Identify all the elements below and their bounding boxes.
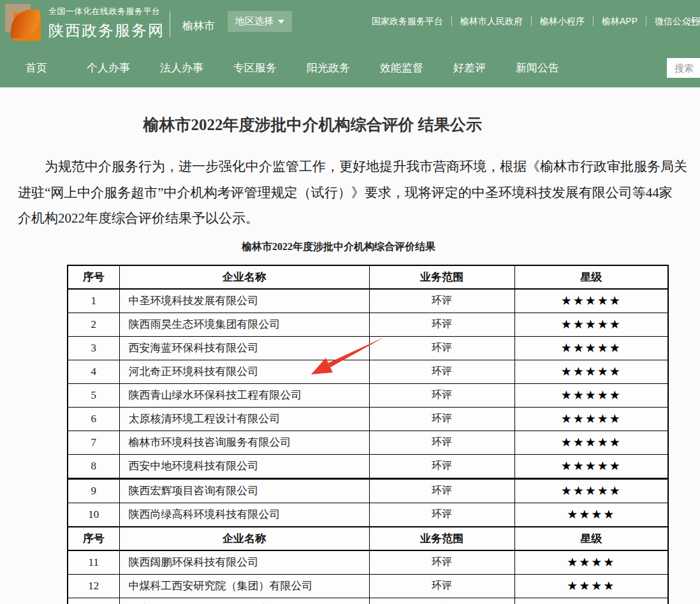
cell-index: 2 [68, 313, 119, 336]
cell-star-rating: ★★★★★ [514, 431, 668, 454]
cell-business-scope: 环评 [369, 407, 514, 431]
cell-star-rating: ★★★★ [514, 550, 668, 575]
column-header: 业务范围 [369, 527, 514, 550]
nav-item[interactable]: 首页 [26, 61, 47, 75]
table-row: 12中煤科工西安研究院（集团）有限公司环评★★★★ [68, 574, 668, 598]
cell-business-scope: 环评 [369, 289, 514, 313]
top-link[interactable]: 榆林市人民政府 [451, 16, 531, 26]
nav-item[interactable]: 专区服务 [233, 61, 277, 75]
cell-business-scope: 环评 [369, 360, 514, 383]
cell-business-scope: 环评 [369, 503, 514, 527]
cell-index: 8 [68, 454, 119, 478]
cell-index: 13 [68, 598, 119, 604]
cell-index: 4 [68, 360, 119, 383]
column-header: 星级 [514, 527, 668, 550]
cell-company-name: 中圣环境科技发展有限公司 [119, 289, 369, 313]
cell-business-scope: 环评 [369, 454, 514, 478]
cell-company-name: 河北奇正环境科技有限公司 [119, 360, 369, 383]
cell-business-scope: 环评 [369, 574, 514, 598]
nav-item[interactable]: 个人办事 [87, 61, 130, 75]
nav-item[interactable]: 阳光政务 [307, 61, 350, 75]
search-input[interactable]: 搜索 [667, 58, 700, 78]
table-caption: 榆林市2022年度涉批中介机构综合评价结果 [0, 240, 677, 254]
cell-index: 7 [68, 431, 119, 454]
cell-company-name: 西安中地环境科技有限公司 [119, 454, 369, 478]
table-row: 2陕西雨昊生态环境集团有限公司环评★★★★★ [68, 313, 668, 336]
table-row: 13渭南华山环保科技发展有限责任公司环评★★★★ [68, 598, 668, 604]
cell-business-scope: 环评 [369, 431, 514, 454]
brand-divider [170, 11, 170, 37]
column-header: 星级 [514, 265, 668, 289]
cell-star-rating: ★★★★ [514, 598, 668, 604]
cell-star-rating: ★★★★★ [514, 454, 668, 478]
table-row: 10陕西尚绿高科环境科技有限公司环评★★★★ [68, 503, 668, 527]
page-title: 榆林市2022年度涉批中介机构综合评价 结果公示 [0, 114, 625, 136]
table-row: 4河北奇正环境科技有限公司环评★★★★★ [68, 360, 668, 383]
table-row: 8西安中地环境科技有限公司环评★★★★★ [68, 454, 668, 478]
site-name: 陕西政务服务网 [48, 20, 164, 41]
column-header: 企业名称 [119, 265, 369, 289]
cell-company-name: 陕西阔鹏环保科技有限公司 [119, 550, 369, 575]
column-header: 业务范围 [369, 265, 514, 289]
cell-company-name: 中煤科工西安研究院（集团）有限公司 [119, 574, 369, 598]
site-logo-icon [5, 4, 41, 41]
cell-star-rating: ★★★★★ [514, 289, 668, 313]
table-row: 1中圣环境科技发展有限公司环评★★★★★ [68, 289, 668, 313]
cell-business-scope: 环评 [369, 478, 514, 503]
table-header-row: 序号企业名称业务范围星级 [68, 265, 668, 289]
main-nav: 首页个人办事法人办事专区服务阳光政务效能监督好差评新闻公告 搜索 [0, 48, 700, 87]
top-link[interactable]: 榆林小程序 [531, 16, 593, 26]
cell-company-name: 陕西宏辉项目咨询有限公司 [119, 478, 369, 503]
table-row: 5陕西青山绿水环保科技工程有限公司环评★★★★★ [68, 383, 668, 407]
cell-index: 6 [68, 407, 119, 431]
nav-item[interactable]: 效能监督 [380, 61, 423, 75]
table-row: 6太原核清环境工程设计有限公司环评★★★★★ [68, 407, 668, 431]
table-row: 7榆林市环境科技咨询服务有限公司环评★★★★★ [68, 431, 668, 454]
region-selector-button[interactable]: 地区选择 [228, 11, 292, 32]
cell-index: 3 [68, 336, 119, 360]
paragraph-line: 进驻“网上中介服务超市”中介机构考评管理规定（试行）》要求，现将评定的中圣环境科… [18, 180, 700, 206]
top-link[interactable]: 国家政务服务平台 [363, 16, 451, 26]
nav-item[interactable]: 法人办事 [160, 61, 203, 75]
cell-business-scope: 环评 [369, 313, 514, 336]
platform-label: 全国一体化在线政务服务平台 [48, 6, 164, 17]
cell-star-rating: ★★★★ [514, 503, 668, 527]
caret-down-icon [278, 20, 284, 24]
cell-business-scope: 环评 [369, 550, 514, 575]
nav-item[interactable]: 好差评 [453, 61, 486, 75]
brand-block: 全国一体化在线政务服务平台 陕西政务服务网 [48, 6, 164, 41]
cell-index: 11 [68, 550, 119, 575]
cell-company-name: 太原核清环境工程设计有限公司 [119, 407, 369, 431]
top-link[interactable]: 榆林APP [593, 16, 646, 26]
region-selector-label: 地区选择 [235, 15, 273, 27]
current-city-label: 榆林市 [182, 18, 215, 33]
paragraph-line: 介机构2022年度综合评价结果予以公示。 [18, 205, 700, 232]
header-quick-links: 国家政务服务平台榆林市人民政府榆林小程序榆林APP微信公众号 [363, 16, 700, 26]
cell-index: 12 [68, 574, 119, 598]
nav-item[interactable]: 新闻公告 [516, 61, 559, 75]
table-row: 11陕西阔鹏环保科技有限公司环评★★★★ [68, 550, 668, 575]
cell-star-rating: ★★★★★ [514, 407, 668, 431]
cell-business-scope: 环评 [369, 383, 514, 407]
column-header: 序号 [68, 527, 119, 550]
cell-star-rating: ★★★★★ [514, 336, 668, 360]
column-header: 序号 [68, 265, 119, 289]
cell-index: 1 [68, 289, 119, 313]
table-row: 3西安海蓝环保科技有限公司环评★★★★★ [68, 336, 668, 360]
cell-star-rating: ★★★★ [514, 574, 668, 598]
table-row: 9陕西宏辉项目咨询有限公司环评★★★★★ [68, 478, 668, 503]
cell-star-rating: ★★★★★ [514, 383, 668, 407]
register-link[interactable]: 注册 [687, 16, 700, 28]
cell-company-name: 西安海蓝环保科技有限公司 [119, 336, 369, 360]
paragraph-line: 为规范中介服务行为，进一步强化中介监管工作，更好地提升我市营商环境，根据《榆林市… [18, 154, 700, 180]
site-header: 全国一体化在线政务服务平台 陕西政务服务网 榆林市 地区选择 国家政务服务平台榆… [0, 0, 700, 87]
cell-company-name: 榆林市环境科技咨询服务有限公司 [119, 431, 369, 454]
cell-star-rating: ★★★★★ [514, 313, 668, 336]
cell-company-name: 渭南华山环保科技发展有限责任公司 [119, 598, 369, 604]
evaluation-results-table: 序号企业名称业务范围星级1中圣环境科技发展有限公司环评★★★★★2陕西雨昊生态环… [67, 265, 669, 604]
announcement-body: 榆林市2022年度涉批中介机构综合评价 结果公示 为规范中介服务行为，进一步强化… [0, 87, 700, 604]
header-top-row: 全国一体化在线政务服务平台 陕西政务服务网 榆林市 地区选择 国家政务服务平台榆… [0, 0, 700, 48]
cell-business-scope: 环评 [369, 598, 514, 604]
cell-company-name: 陕西青山绿水环保科技工程有限公司 [119, 383, 369, 407]
cell-company-name: 陕西雨昊生态环境集团有限公司 [119, 313, 369, 336]
